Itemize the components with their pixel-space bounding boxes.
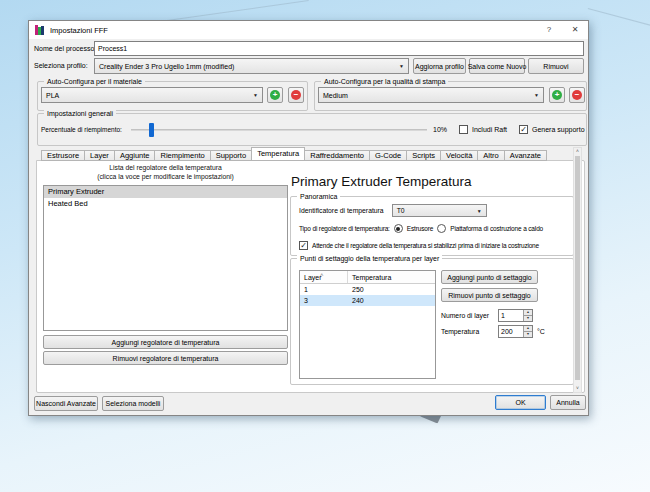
generate-support-checkbox[interactable]: ✓ xyxy=(519,125,528,134)
add-quality-button[interactable]: + xyxy=(549,87,565,103)
tab-raffreddamento[interactable]: Raffreddamento xyxy=(305,150,370,161)
infill-label: Percentuale di riempimento: xyxy=(41,123,122,137)
material-select-value: PLA xyxy=(46,92,59,99)
remove-quality-button[interactable]: − xyxy=(569,87,585,103)
title-bar[interactable]: Impostazioni FFF ? ✕ xyxy=(29,21,588,39)
process-name-input[interactable]: Process1 xyxy=(94,41,584,56)
layer-number-label: Numero di layer xyxy=(441,312,498,319)
remove-profile-button[interactable]: Rimuovi xyxy=(528,58,584,74)
controller-type-row: Tipo di regolatore di temperatura: Estru… xyxy=(299,224,543,233)
radio-piattaforma-label: Piattaforma di costruzione a caldo xyxy=(450,225,543,232)
quality-select-value: Medium xyxy=(323,92,348,99)
temperature-value[interactable]: 200 xyxy=(499,326,523,337)
radio-dot xyxy=(396,227,400,231)
tab-temperatura[interactable]: Temperatura xyxy=(251,147,305,161)
panel-title: Primary Extruder Temperatura xyxy=(291,174,472,189)
remove-controller-button[interactable]: Rimuovi regolatore di temperatura xyxy=(43,351,288,365)
material-select[interactable]: PLA ▼ xyxy=(41,87,263,103)
fff-settings-dialog: Impostazioni FFF ? ✕ Nome del processo: … xyxy=(28,20,589,416)
add-material-button[interactable]: + xyxy=(267,87,283,103)
temperature-label: Temperatura xyxy=(441,328,498,335)
wait-stabilize-checkbox[interactable]: ✓ xyxy=(299,241,308,250)
vertical-scrollbar[interactable]: ˄ ˅ xyxy=(573,147,582,393)
remove-setpoint-button[interactable]: Rimuovi punto di settaggio xyxy=(441,288,538,302)
identifier-select-value: T0 xyxy=(397,207,405,214)
desktop-background: Impostazioni FFF ? ✕ Nome del processo: … xyxy=(0,0,650,492)
radio-piattaforma[interactable] xyxy=(437,224,446,233)
help-button[interactable]: ? xyxy=(536,21,562,39)
controller-list-header-line1: Lista del regolatore della temperatura xyxy=(43,163,288,172)
profile-select-value: Creality Ender 3 Pro Ugello 1mm (modifie… xyxy=(99,63,234,70)
add-controller-button[interactable]: Aggiungi regolatore di temperatura xyxy=(43,335,288,349)
infill-slider-thumb[interactable] xyxy=(149,123,154,137)
background-wireframe-line xyxy=(588,8,650,27)
hide-advanced-button[interactable]: Nascondi Avanzate xyxy=(34,396,98,411)
scroll-up-icon[interactable]: ˄ xyxy=(574,148,581,155)
add-setpoint-button[interactable]: Aggiungi punto di settaggio xyxy=(441,270,538,284)
plus-icon: + xyxy=(270,90,280,100)
ok-button[interactable]: OK xyxy=(495,395,546,410)
cancel-button[interactable]: Annulla xyxy=(550,395,586,410)
spin-down-button[interactable]: ▼ xyxy=(524,332,532,337)
tab-supporto[interactable]: Supporto xyxy=(211,150,252,161)
scrollbar-thumb[interactable] xyxy=(575,156,580,380)
tab-gcode[interactable]: G-Code xyxy=(370,150,407,161)
chevron-down-icon: ▼ xyxy=(395,63,404,69)
identifier-select[interactable]: T0 ▼ xyxy=(392,204,487,217)
temperature-controller-list: Primary Extruder Heated Bed xyxy=(43,185,288,331)
include-raft-checkbox[interactable] xyxy=(459,125,468,134)
temperatura-tab-panel: Lista del regolatore della temperatura (… xyxy=(36,160,585,393)
layer-number-stepper[interactable]: 1 ▲ ▼ xyxy=(498,309,533,322)
cell-layer: 3 xyxy=(300,295,348,306)
temperature-unit: °C xyxy=(537,328,545,335)
table-row[interactable]: 3 240 xyxy=(300,295,435,306)
temperature-row: Temperatura 200 ▲ ▼ °C xyxy=(441,325,545,338)
tab-aggiunte[interactable]: Aggiunte xyxy=(115,150,156,161)
tab-scripts[interactable]: Scripts xyxy=(407,150,441,161)
material-group-label: Auto-Configura per il materiale xyxy=(44,77,145,86)
layer-number-value[interactable]: 1 xyxy=(499,310,523,321)
setpoints-group-label: Punti di settaggio della temperatura per… xyxy=(297,254,442,263)
setpoints-table-header[interactable]: ˄ Layer Temperatura xyxy=(300,271,435,284)
layer-number-row: Numero di layer 1 ▲ ▼ xyxy=(441,309,533,322)
select-models-button[interactable]: Seleziona modelli xyxy=(102,396,164,411)
controller-type-label: Tipo di regolatore di temperatura: xyxy=(299,225,390,232)
column-header-layer-label: Layer xyxy=(304,274,322,281)
radio-estrusore[interactable] xyxy=(394,224,403,233)
plus-icon: + xyxy=(552,90,562,100)
tab-avanzate[interactable]: Avanzate xyxy=(505,150,547,161)
profile-label: Seleziona profilo: xyxy=(34,59,88,73)
infill-slider[interactable] xyxy=(131,129,427,131)
infill-value: 10% xyxy=(433,123,447,137)
tab-altro[interactable]: Altro xyxy=(478,150,504,161)
stepper-buttons: ▲ ▼ xyxy=(523,326,532,337)
quality-select[interactable]: Medium ▼ xyxy=(318,87,544,103)
remove-material-button[interactable]: − xyxy=(288,87,304,103)
tab-velocita[interactable]: Velocità xyxy=(441,150,478,161)
setpoints-group: Punti di settaggio della temperatura per… xyxy=(290,258,574,385)
include-raft-label: Includi Raft xyxy=(472,123,507,137)
save-as-new-button[interactable]: Salva come Nuovo xyxy=(469,58,525,74)
tab-layer[interactable]: Layer xyxy=(85,150,115,161)
process-name-label: Nome del processo: xyxy=(34,42,96,56)
list-item-primary-extruder[interactable]: Primary Extruder xyxy=(44,186,287,198)
chevron-down-icon: ▼ xyxy=(249,92,258,98)
list-item-heated-bed[interactable]: Heated Bed xyxy=(44,198,287,210)
spin-down-button[interactable]: ▼ xyxy=(524,316,532,321)
controller-list-header-line2: (clicca la voce per modificare le impost… xyxy=(43,172,288,181)
overview-group-label: Panoramica xyxy=(297,192,340,201)
tab-estrusore[interactable]: Estrusore xyxy=(41,150,85,161)
close-button[interactable]: ✕ xyxy=(562,21,588,39)
setpoints-table: ˄ Layer Temperatura 1 250 3 240 xyxy=(299,270,436,379)
column-header-layer[interactable]: ˄ Layer xyxy=(300,271,348,283)
update-profile-button[interactable]: Aggiorna profilo xyxy=(413,58,466,74)
identifier-label: Identificatore di temperatura xyxy=(299,207,384,214)
column-header-temperatura[interactable]: Temperatura xyxy=(348,271,435,283)
table-row[interactable]: 1 250 xyxy=(300,284,435,295)
scroll-down-icon[interactable]: ˅ xyxy=(574,385,581,392)
temperature-stepper[interactable]: 200 ▲ ▼ xyxy=(498,325,533,338)
app-icon xyxy=(35,25,45,35)
profile-select[interactable]: Creality Ender 3 Pro Ugello 1mm (modifie… xyxy=(94,58,409,74)
tab-riempimento[interactable]: Riempimento xyxy=(155,150,210,161)
identifier-row: Identificatore di temperatura T0 ▼ xyxy=(299,204,487,217)
